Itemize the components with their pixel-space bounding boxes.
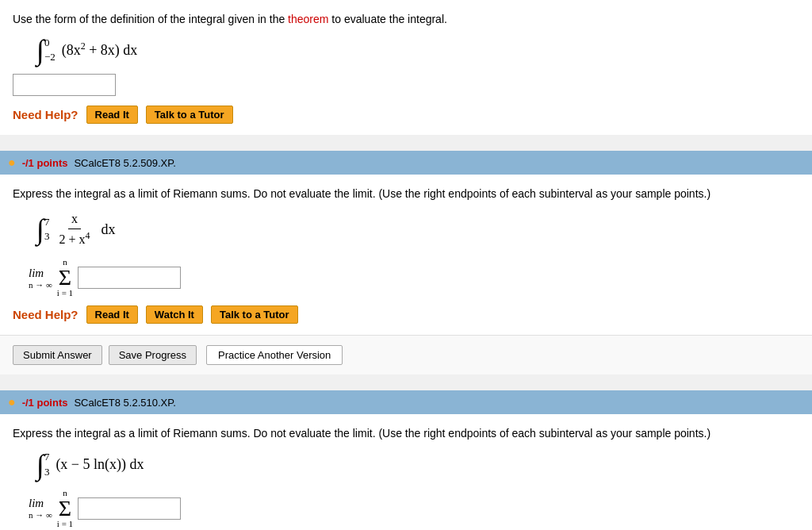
section3-lim-sigma: lim n → ∞ n Σ i = 1 — [29, 489, 799, 528]
section1-body: Use the form of the definition of the in… — [0, 0, 812, 135]
need-help-label: Need Help? — [13, 108, 79, 121]
section1-answer-input[interactable] — [13, 74, 116, 96]
points-icon-3: ● — [8, 395, 16, 409]
integral-limits: 0 −2 — [44, 36, 56, 64]
section3-integral: ∫ 7 3 (x − 5 ln(x)) dx — [36, 450, 799, 478]
section1: Use the form of the definition of the in… — [0, 0, 812, 135]
sigma-char: Σ — [59, 267, 71, 289]
talk-to-tutor-button-2[interactable]: Talk to a Tutor — [211, 305, 298, 324]
section2-instruction: Express the integral as a limit of Riema… — [13, 186, 799, 202]
integral-sign-2: ∫ — [36, 215, 44, 244]
integral-lower-3: 3 — [44, 465, 50, 479]
section2-header: ● -/1 points SCalcET8 5.2.509.XP. — [0, 151, 812, 175]
section1-text-after: to evaluate the integral. — [328, 13, 446, 25]
read-it-button[interactable]: Read It — [86, 106, 138, 124]
section1-answer-area — [13, 74, 799, 96]
section2-points: -/1 points — [22, 157, 68, 169]
fraction-numerator: x — [68, 210, 81, 229]
section3-points: -/1 points — [22, 397, 68, 409]
section3-instruction: Express the integral as a limit of Riema… — [13, 425, 799, 442]
save-progress-button[interactable]: Save Progress — [109, 345, 197, 365]
section1-instruction: Use the form of the definition of the in… — [13, 11, 799, 28]
lim-text-3: lim — [29, 497, 44, 510]
spacer2 — [0, 382, 812, 390]
points-icon: ● — [8, 156, 16, 170]
section2-answer-input[interactable] — [78, 267, 181, 289]
section2: ● -/1 points SCalcET8 5.2.509.XP. Expres… — [0, 151, 812, 374]
section3-integral-expr: (x − 5 ln(x)) dx — [56, 455, 144, 474]
lim-text: lim — [29, 267, 44, 280]
read-it-button-2[interactable]: Read It — [86, 305, 138, 324]
section1-text-before: Use the form of the definition of the in… — [13, 13, 288, 25]
section1-integral: ∫ 0 −2 (8x2 + 8x) dx — [36, 36, 799, 64]
integral-upper-3: 7 — [44, 450, 50, 464]
fraction-expr: x 2 + x4 — [56, 210, 93, 248]
section3-answer-input[interactable] — [78, 497, 181, 520]
integral-limits-2: 7 3 — [44, 215, 50, 244]
need-help-label-2: Need Help? — [13, 308, 79, 321]
integral-upper: 0 — [44, 36, 50, 50]
lim-block: lim n → ∞ — [29, 267, 52, 290]
page-container: Use the form of the definition of the in… — [0, 0, 812, 530]
submit-answer-button[interactable]: Submit Answer — [13, 345, 102, 365]
theorem-link[interactable]: theorem — [288, 13, 328, 25]
lim-sub: n → ∞ — [29, 280, 52, 290]
lim-block-3: lim n → ∞ — [29, 497, 52, 520]
integral-expression: (8x2 + 8x) dx — [62, 40, 138, 60]
lim-sub-3: n → ∞ — [29, 510, 52, 520]
integral-limits-3: 7 3 — [44, 450, 50, 478]
section1-need-help: Need Help? Read It Talk to a Tutor — [13, 106, 799, 124]
section3: ● -/1 points SCalcET8 5.2.510.XP. Expres… — [0, 390, 812, 530]
practice-another-version-button[interactable]: Practice Another Version — [206, 345, 343, 365]
spacer1 — [0, 143, 812, 151]
integral-lower-2: 3 — [44, 229, 50, 244]
section2-integral: ∫ 7 3 x 2 + x4 dx — [36, 210, 799, 248]
fraction-denominator: 2 + x4 — [56, 229, 93, 249]
section3-body: Express the integral as a limit of Riema… — [0, 414, 812, 530]
integral-sign-3: ∫ — [36, 451, 44, 479]
integral-upper-2: 7 — [44, 215, 50, 229]
sigma-block: n Σ i = 1 — [57, 258, 73, 298]
section2-body: Express the integral as a limit of Riema… — [0, 175, 812, 335]
section2-action-bar: Submit Answer Save Progress Practice Ano… — [0, 335, 812, 374]
integral-lower: −2 — [44, 50, 56, 64]
sigma-char-3: Σ — [59, 497, 71, 520]
section3-header: ● -/1 points SCalcET8 5.2.510.XP. — [0, 390, 812, 414]
sigma-sub-3: i = 1 — [57, 520, 73, 528]
dx-label: dx — [101, 220, 115, 240]
talk-to-tutor-button[interactable]: Talk to a Tutor — [146, 106, 233, 124]
section2-need-help: Need Help? Read It Watch It Talk to a Tu… — [13, 305, 799, 324]
section2-problem-id: SCalcET8 5.2.509.XP. — [74, 157, 175, 169]
sigma-block-3: n Σ i = 1 — [57, 489, 73, 528]
integral-sign: ∫ — [36, 36, 44, 64]
section2-lim-sigma: lim n → ∞ n Σ i = 1 — [29, 258, 799, 298]
sigma-sub: i = 1 — [57, 289, 73, 298]
watch-it-button[interactable]: Watch It — [146, 305, 203, 324]
section3-problem-id: SCalcET8 5.2.510.XP. — [74, 397, 175, 409]
